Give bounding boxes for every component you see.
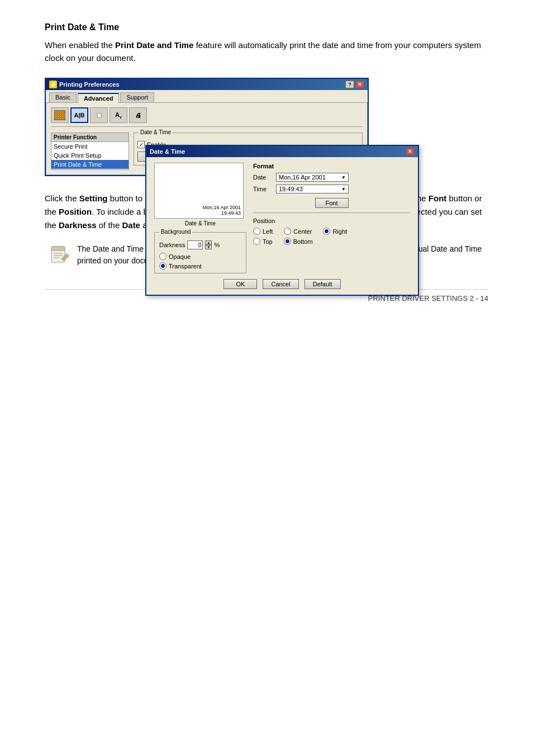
- center-radio-item: Center: [284, 228, 312, 235]
- toolbar-icon-4[interactable]: Av: [110, 107, 127, 123]
- background-group-title: Background: [159, 229, 192, 235]
- date-format-row: Date Mon,16 Apr 2001 ▼: [253, 173, 410, 182]
- date-time-dialog: Date & Time ✕ Mon,16 Apr 2001 19:49:43 D…: [145, 145, 419, 296]
- menu-item-print-date-time[interactable]: Print Date & Time: [51, 160, 129, 169]
- center-label: Center: [293, 228, 312, 235]
- preview-box: Mon,16 Apr 2001 19:49:43: [154, 163, 244, 219]
- percent-label: %: [214, 242, 220, 248]
- dt-close-button[interactable]: ✕: [406, 148, 415, 155]
- bottom-radio[interactable]: [284, 238, 291, 245]
- top-radio[interactable]: [253, 238, 260, 245]
- help-button[interactable]: ?: [345, 81, 354, 88]
- toolbar-icon-2[interactable]: A|B: [70, 107, 88, 123]
- printer-icon: 🖨: [49, 81, 57, 88]
- titlebar-left: 🖨 Printing Preferences: [49, 81, 120, 88]
- left-radio-item: Left: [253, 228, 273, 235]
- divider: [253, 212, 410, 213]
- font-button[interactable]: Font: [315, 198, 349, 208]
- dt-left-panel: Mon,16 Apr 2001 19:49:43 Date & Time Bac…: [154, 163, 246, 273]
- left-label: Left: [263, 228, 273, 235]
- spinner-up[interactable]: ▲: [205, 240, 212, 245]
- bottom-label: Bottom: [293, 238, 313, 245]
- top-label: Top: [263, 238, 273, 245]
- printer-function-title: Printer Function: [51, 133, 129, 142]
- darkness-label: Darkness: [159, 242, 185, 248]
- center-radio[interactable]: [284, 228, 291, 235]
- transparent-radio[interactable]: [159, 262, 166, 270]
- position-row-1: Left Center Right: [253, 228, 410, 235]
- opaque-radio[interactable]: [159, 253, 166, 260]
- close-button[interactable]: ✕: [355, 81, 364, 88]
- opaque-label: Opaque: [169, 253, 191, 260]
- titlebar-buttons: ? ✕: [345, 81, 364, 88]
- time-value: 19:49:43: [279, 186, 303, 192]
- intro-bold: Print Date and Time: [115, 40, 194, 50]
- tab-advanced[interactable]: Advanced: [78, 93, 120, 103]
- body-bold-date3: Date: [122, 220, 140, 230]
- body-bold-font: Font: [429, 193, 446, 203]
- dialog-wrapper: 🖨 Printing Preferences ? ✕ Basic Advance…: [45, 78, 488, 176]
- prefs-titlebar: 🖨 Printing Preferences ? ✕: [46, 79, 368, 90]
- darkness-row: Darkness ▲ ▼ %: [159, 240, 241, 249]
- menu-item-secure-print[interactable]: Secure Print: [51, 142, 129, 151]
- format-label: Format: [253, 163, 410, 169]
- spinner-down[interactable]: ▼: [205, 245, 212, 249]
- left-radio[interactable]: [253, 228, 260, 235]
- background-group: Background Darkness ▲ ▼ %: [154, 232, 246, 273]
- enable-checkbox[interactable]: ✓: [137, 141, 145, 148]
- cancel-button[interactable]: Cancel: [263, 279, 298, 289]
- transparent-radio-row: Transparent: [159, 262, 241, 270]
- right-radio-item: Right: [323, 228, 347, 235]
- toolbar-icon-3[interactable]: 📋: [90, 107, 108, 123]
- body-bold-darkness: Darkness: [59, 220, 97, 230]
- tab-support[interactable]: Support: [120, 92, 154, 102]
- default-button[interactable]: Default: [304, 279, 341, 289]
- spinner-buttons: ▲ ▼: [205, 240, 212, 249]
- group-title: Date & Time: [139, 129, 173, 135]
- printer-function-panel: Printer Function Secure Print Quick Prin…: [51, 133, 129, 170]
- intro-text-start: When enabled the: [45, 40, 115, 50]
- right-radio[interactable]: [323, 228, 330, 235]
- preview-time-text: 19:49:43: [221, 210, 241, 216]
- toolbar-icon-1[interactable]: [51, 107, 69, 123]
- position-row-2: Top Bottom: [253, 238, 410, 245]
- time-dropdown-arrow: ▼: [341, 187, 346, 192]
- dt-titlebar: Date & Time ✕: [146, 146, 418, 157]
- top-radio-item: Top: [253, 238, 273, 245]
- dt-bottom-buttons: OK Cancel Default: [154, 279, 410, 289]
- right-label: Right: [332, 228, 347, 235]
- body-bold-setting: Setting: [79, 193, 108, 203]
- date-select[interactable]: Mon,16 Apr 2001 ▼: [276, 173, 349, 182]
- dt-content: Mon,16 Apr 2001 19:49:43 Date & Time Bac…: [146, 157, 418, 295]
- time-select[interactable]: 19:49:43 ▼: [276, 185, 349, 193]
- time-row-label: Time: [253, 186, 273, 192]
- prefs-title: Printing Preferences: [59, 81, 120, 88]
- position-title: Position: [253, 218, 410, 224]
- note-icon: [50, 244, 70, 264]
- dt-main-layout: Mon,16 Apr 2001 19:49:43 Date & Time Bac…: [154, 163, 410, 273]
- intro-paragraph: When enabled the Print Date and Time fea…: [45, 39, 488, 64]
- body-bold-position: Position: [59, 207, 92, 216]
- toolbar-icon-5[interactable]: 🖨: [129, 107, 147, 123]
- toolbar-icons: A|B 📋 Av 🖨: [51, 107, 363, 127]
- bottom-radio-item: Bottom: [284, 238, 313, 245]
- opaque-radio-row: Opaque: [159, 253, 241, 260]
- darkness-input[interactable]: [187, 240, 203, 249]
- ok-button[interactable]: OK: [223, 279, 257, 289]
- time-format-row: Time 19:49:43 ▼: [253, 185, 410, 193]
- menu-item-quick-print[interactable]: Quick Print Setup: [51, 151, 129, 160]
- preview-date-text: Mon,16 Apr 2001: [202, 205, 241, 210]
- dt-right-panel: Format Date Mon,16 Apr 2001 ▼ Time 19:49…: [253, 163, 410, 273]
- dt-title: Date & Time: [150, 148, 185, 155]
- position-section: Position Left Center: [253, 218, 410, 245]
- date-value: Mon,16 Apr 2001: [279, 174, 326, 181]
- date-row-label: Date: [253, 174, 273, 181]
- prefs-tabs: Basic Advanced Support: [46, 90, 368, 102]
- preview-label: Date & Time: [154, 220, 246, 226]
- date-dropdown-arrow: ▼: [341, 175, 346, 180]
- page-title: Print Date & Time: [45, 22, 488, 32]
- svg-rect-1: [51, 247, 65, 251]
- transparent-label: Transparent: [169, 263, 202, 270]
- font-btn-row: Font: [253, 198, 410, 208]
- tab-basic[interactable]: Basic: [49, 92, 77, 102]
